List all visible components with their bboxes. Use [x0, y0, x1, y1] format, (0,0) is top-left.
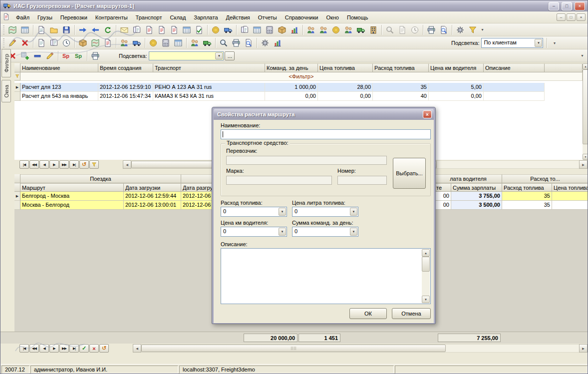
report-chart-icon[interactable] — [289, 24, 300, 35]
menu-item-3[interactable]: Контрагенты — [91, 13, 132, 22]
print-preview-icon[interactable] — [438, 24, 450, 35]
doc-open-icon[interactable] — [48, 24, 60, 35]
menu-item-1[interactable]: Грузы — [33, 13, 56, 22]
calc-cell[interactable]: 1 000,00 — [265, 83, 318, 92]
salary-table-icon[interactable] — [172, 37, 184, 48]
minimize-button[interactable]: – — [549, 2, 559, 10]
calc-column-header-1[interactable]: Время создания — [98, 63, 153, 72]
fuel-price-dropdown-icon[interactable]: ▼ — [350, 208, 357, 216]
cancel-button[interactable]: Отмена — [392, 308, 431, 319]
calc-cell[interactable] — [484, 83, 545, 92]
trip-column-header-0[interactable]: Маршрут — [20, 183, 124, 192]
money-operations-icon[interactable] — [147, 37, 159, 48]
maximize-button[interactable]: □ — [562, 2, 572, 10]
trip-cell[interactable] — [552, 192, 588, 201]
route-map-icon[interactable] — [89, 37, 101, 48]
per-day-dropdown-icon[interactable]: ▼ — [350, 228, 357, 236]
menu-item-9[interactable]: Справочники — [281, 13, 322, 22]
trip-cell[interactable]: 35 — [502, 201, 552, 210]
trip-cell[interactable]: 2012-12-06 13:00:01 — [124, 201, 181, 210]
print-list-icon[interactable] — [89, 50, 101, 61]
fuel-account-icon[interactable] — [77, 37, 89, 48]
calc-cell[interactable]: 40 — [373, 92, 429, 101]
calc-cell[interactable]: РЕНО А 123 АА 31 rus — [153, 83, 265, 92]
menu-item-2[interactable]: Перевозки — [56, 13, 91, 22]
refresh-data-icon[interactable] — [102, 24, 114, 35]
scroll-track[interactable] — [141, 344, 579, 353]
scroll-thumb[interactable] — [141, 345, 446, 352]
vehicles-setup-icon[interactable] — [201, 37, 213, 48]
calc-grid-row-0[interactable]: ▶Расчет для 1232012-12-06 12:59:10РЕНО А… — [14, 83, 583, 92]
trip-cell[interactable] — [552, 201, 588, 210]
calc-cell[interactable]: КАМАЗ К 543 КА 31 rus — [153, 92, 265, 101]
textarea-scrollbar[interactable]: ▲ ▼ — [422, 249, 430, 303]
print-grid-icon[interactable] — [230, 37, 242, 48]
calc-column-header-4[interactable]: Цена топлива — [318, 63, 373, 72]
scroll-thumb[interactable] — [422, 257, 430, 272]
copy-document-icon[interactable] — [131, 24, 143, 35]
doc-new-icon[interactable] — [35, 24, 47, 35]
calc-column-header-7[interactable]: Описание — [484, 63, 545, 72]
truck-shipment-icon[interactable] — [222, 24, 234, 35]
calc-column-header-2[interactable]: Транспорт — [153, 63, 265, 72]
split-view-icon[interactable]: Sp — [60, 50, 72, 61]
km-price-dropdown-icon[interactable]: ▼ — [279, 228, 286, 236]
calc-cell[interactable]: Расчет для 123 — [20, 83, 98, 92]
tab-filter[interactable]: Фильтр — [1, 49, 11, 77]
nav-next-button[interactable]: ▶ — [49, 160, 59, 169]
calc-cell[interactable]: Расчет для 543 на январь — [20, 92, 98, 101]
scroll-left-icon[interactable]: ◀ — [123, 160, 131, 169]
mail-document-icon[interactable] — [118, 24, 130, 35]
trip-column-header-7[interactable]: Цена топлива — [552, 183, 588, 192]
calculator-icon[interactable] — [264, 24, 276, 35]
documents-registry-icon[interactable] — [239, 24, 251, 35]
add-row-icon[interactable] — [19, 50, 31, 61]
vehicle-card-icon[interactable] — [131, 37, 143, 48]
edit-row-icon[interactable] — [44, 50, 56, 61]
trip-column-header-4[interactable]: те — [435, 183, 451, 192]
driver-card-icon[interactable] — [118, 37, 130, 48]
scroll-down-icon[interactable]: ▼ — [422, 296, 430, 303]
tab-windows[interactable]: Окна — [1, 80, 11, 102]
calc-column-header-0[interactable]: Наименование — [20, 63, 98, 72]
toolbar-grip[interactable] — [3, 38, 4, 47]
filter-highlight-combo[interactable]: ▼ — [149, 51, 224, 60]
scroll-track[interactable] — [583, 69, 588, 154]
partners-icon[interactable] — [342, 24, 354, 35]
import-data-icon[interactable] — [89, 24, 101, 35]
menu-item-11[interactable]: Помощь — [343, 13, 372, 22]
map-route-icon[interactable] — [6, 24, 18, 35]
grid-view-icon[interactable] — [19, 24, 31, 35]
remove-row-icon[interactable] — [31, 50, 43, 61]
calc-filter-row[interactable]: <Фильтр> — [14, 72, 583, 81]
toolbar-overflow-icon[interactable]: ▾ — [479, 25, 486, 35]
preview-grid-icon[interactable] — [243, 37, 255, 48]
calc-cell[interactable] — [484, 92, 545, 101]
menu-item-7[interactable]: Действия — [222, 13, 254, 22]
km-price-combo[interactable]: 0 ▼ — [221, 227, 287, 237]
scroll-down-icon[interactable]: ▼ — [583, 154, 588, 160]
mdi-minimize-button[interactable]: – — [557, 13, 566, 21]
nav-prior-button[interactable]: ◀ — [39, 160, 49, 169]
split-view-2-icon[interactable]: Sp — [73, 50, 85, 61]
trip-cell[interactable]: 3 755,00 — [451, 192, 502, 201]
description-textarea[interactable]: ▲ ▼ — [221, 248, 431, 304]
trip-cell[interactable]: 00 — [435, 192, 451, 201]
menu-item-8[interactable]: Отчеты — [254, 13, 281, 22]
highlight-combo[interactable]: По клиентам ▼ — [481, 38, 543, 48]
filter-row-cell[interactable]: <Фильтр> — [20, 72, 583, 80]
fuel-rate-dropdown-icon[interactable]: ▼ — [279, 208, 286, 216]
menu-item-0[interactable]: Файл — [12, 13, 33, 22]
calc-grid-vscrollbar[interactable]: ▲ ▼ — [583, 63, 588, 160]
nav-next-page-button[interactable]: ▶▶ — [59, 344, 69, 353]
toolbar-overflow-icon[interactable]: ▾ — [551, 38, 558, 48]
trip-cell[interactable]: Москва - Белгород — [20, 201, 124, 210]
calc-cell[interactable]: 28,00 — [318, 83, 373, 92]
clients-setup-icon[interactable] — [189, 37, 201, 48]
cargo-box-icon[interactable] — [276, 24, 288, 35]
trip-column-header-1[interactable]: Дата загрузки — [124, 183, 181, 192]
nav-next-page-button[interactable]: ▶▶ — [59, 160, 69, 169]
delete-record-icon[interactable] — [19, 37, 31, 48]
invoice-document-icon[interactable] — [143, 24, 155, 35]
nav-cancel-edit-button[interactable]: × — [89, 344, 99, 353]
